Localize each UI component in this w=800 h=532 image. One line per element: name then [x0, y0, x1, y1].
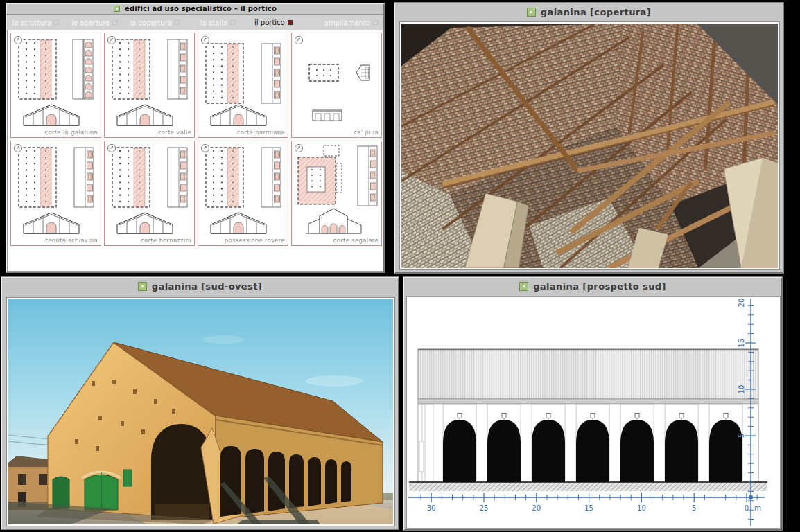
tab-ampliamento[interactable]: ampliamento [324, 19, 378, 26]
plan-drawing [105, 141, 194, 237]
hotspot-icon[interactable]: ➚ [295, 36, 303, 44]
svg-text:5: 5 [738, 434, 745, 438]
plan-cell-caption: corte segalare [333, 237, 379, 244]
window-title: galanina [copertura] [541, 7, 651, 17]
tab-bar: la struttura le aperture la copertura la… [7, 15, 383, 30]
plan-drawing [11, 141, 101, 237]
svg-text:25: 25 [480, 504, 489, 512]
tab-la-stalla[interactable]: la stalla [200, 19, 235, 26]
hotspot-icon[interactable]: ➚ [14, 144, 22, 152]
hotspot-icon[interactable]: ➚ [201, 144, 209, 152]
plan-cell-tenuta-schiavina[interactable]: ➚ tenuta schiavina [10, 141, 101, 246]
svg-text:10: 10 [637, 504, 646, 512]
svg-text:15: 15 [738, 339, 745, 348]
tab-il-portico[interactable]: il portico [254, 19, 293, 26]
elevation-drawing: 302520151050m5101520 [407, 297, 780, 528]
window-galanina-prospetto-sud: galanina [prospetto sud] [403, 276, 783, 531]
tab-la-struttura[interactable]: la struttura [12, 19, 59, 26]
plan-cell-corte-bornazzini[interactable]: ➚ corte bornazzini [104, 141, 195, 246]
window-galanina-copertura: galanina [copertura] [394, 2, 784, 274]
plan-grid: ➚ corte la galanina ➚ corte valle ➚ cort… [7, 30, 383, 272]
window-portico-overview: edifici ad uso specialistico – il portic… [6, 3, 385, 273]
tab-le-aperture[interactable]: le aperture [71, 19, 117, 26]
desktop: edifici ad uso specialistico – il portic… [0, 0, 800, 532]
roof-photo [401, 24, 778, 268]
tab-la-copertura[interactable]: la copertura [130, 19, 180, 26]
window-title: galanina [prospetto sud] [533, 281, 666, 292]
window-title: edifici ad uso specialistico – il portic… [125, 5, 277, 12]
svg-text:0: 0 [745, 504, 749, 512]
titlebar[interactable]: galanina [sud-ovest] [1, 277, 399, 295]
plan-cell-caption: corte la galanina [44, 129, 98, 136]
hotspot-icon[interactable]: ➚ [107, 36, 116, 44]
plan-cell-corte-segalare[interactable]: ➚ corte segalare [291, 141, 382, 246]
drawing-panel: 302520151050m5101520 [406, 296, 781, 529]
hotspot-icon[interactable]: ➚ [14, 36, 22, 44]
plan-drawing [198, 141, 288, 237]
tab-checkbox[interactable] [373, 20, 378, 25]
svg-text:15: 15 [584, 504, 593, 512]
green-bullet-icon [138, 282, 147, 291]
green-bullet-icon [114, 6, 120, 12]
plan-cell-caption: corte valle [158, 129, 191, 136]
svg-text:20: 20 [532, 504, 541, 512]
barn-photo [8, 299, 393, 524]
svg-text:m: m [754, 504, 761, 512]
titlebar[interactable]: galanina [copertura] [394, 3, 783, 21]
hotspot-icon[interactable]: ➚ [295, 144, 303, 152]
window-title: galanina [sud-ovest] [152, 281, 262, 292]
tab-checkbox[interactable] [112, 20, 117, 25]
photo-frame [6, 297, 395, 526]
plan-cell-possessione-rovere[interactable]: ➚ possessione rovere [198, 141, 288, 246]
plan-cell-corte-valle[interactable]: ➚ corte valle [104, 33, 195, 138]
hotspot-icon[interactable]: ➚ [107, 144, 116, 152]
tab-checkbox[interactable] [54, 20, 59, 25]
hotspot-icon[interactable]: ➚ [201, 36, 209, 44]
titlebar[interactable]: edifici ad uso specialistico – il portic… [6, 3, 384, 15]
plan-cell-caption: possessione rovere [225, 237, 285, 244]
plan-drawing [105, 33, 194, 129]
plan-cell-corte-parmiana[interactable]: ➚ corte parmiana [198, 33, 288, 138]
svg-text:10: 10 [738, 385, 745, 394]
svg-text:30: 30 [427, 504, 436, 512]
plan-cell-caption: corte parmiana [237, 129, 285, 136]
green-bullet-icon [519, 282, 528, 291]
tab-checkbox[interactable] [175, 20, 180, 25]
plan-cell-caption: corte bornazzini [141, 237, 191, 244]
plan-cell-corte-la-galanina[interactable]: ➚ corte la galanina [10, 33, 101, 138]
plan-cell-ca-puia[interactable]: ➚ ca' puia [291, 33, 382, 138]
titlebar[interactable]: galanina [prospetto sud] [403, 277, 782, 295]
plan-cell-caption: tenuta schiavina [46, 237, 98, 244]
photo-frame [399, 21, 780, 270]
plan-drawing [292, 141, 381, 237]
tab-checkbox[interactable] [230, 20, 235, 25]
green-bullet-icon [527, 8, 536, 17]
plan-cell-caption: ca' puia [354, 129, 379, 136]
plan-drawing [11, 33, 101, 129]
plan-drawing [198, 33, 288, 129]
window-galanina-sud-ovest: galanina [sud-ovest] [1, 276, 399, 530]
svg-text:20: 20 [738, 299, 745, 308]
plan-drawing [292, 33, 381, 129]
tab-checkbox[interactable] [288, 20, 293, 25]
svg-text:5: 5 [692, 504, 696, 512]
